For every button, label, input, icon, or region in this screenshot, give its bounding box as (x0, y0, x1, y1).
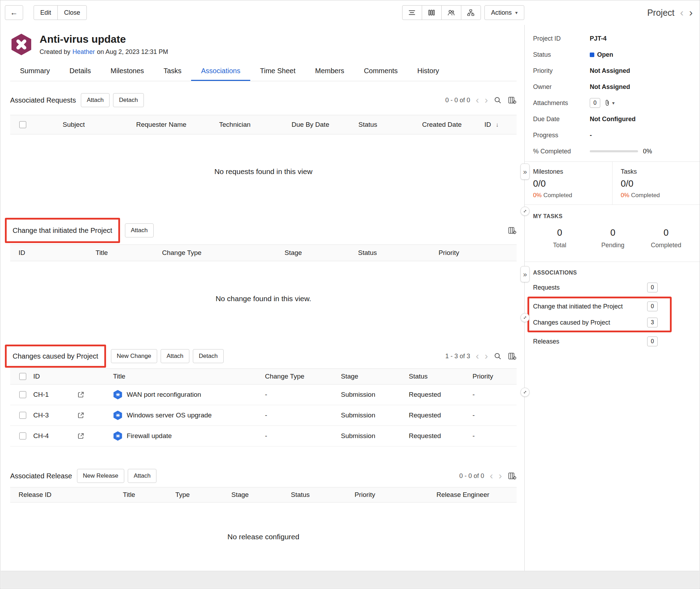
column-view-button[interactable] (422, 5, 442, 20)
col-technician[interactable]: Technician (211, 121, 283, 129)
members-view-button[interactable] (441, 5, 461, 20)
select-all-checkbox[interactable] (19, 373, 26, 380)
close-button[interactable]: Close (57, 5, 87, 20)
collapse-sidebar-handle[interactable]: » (520, 266, 530, 282)
tab-details[interactable]: Details (60, 61, 101, 81)
col-due-by-date[interactable]: Due By Date (283, 121, 350, 129)
col-priority[interactable]: Priority (346, 491, 428, 499)
tab-summary[interactable]: Summary (10, 61, 60, 81)
select-all-checkbox[interactable] (19, 121, 26, 128)
col-title[interactable]: Title (114, 491, 167, 499)
resize-handle[interactable] (520, 388, 530, 397)
new-change-button[interactable]: New Change (111, 349, 157, 363)
col-stage[interactable]: Stage (223, 491, 282, 499)
changes-caused-prev-page-icon[interactable]: ‹ (476, 351, 479, 361)
col-stage[interactable]: Stage (276, 249, 350, 257)
col-id[interactable]: ID (30, 373, 110, 380)
tab-milestones[interactable]: Milestones (101, 61, 154, 81)
release-column-settings-icon[interactable] (507, 471, 517, 480)
horizontal-scrollbar-track[interactable] (1, 571, 699, 588)
edit-button[interactable]: Edit (34, 5, 58, 20)
new-release-button[interactable]: New Release (77, 469, 124, 483)
requests-next-page-icon[interactable]: › (485, 95, 488, 105)
tab-tasks[interactable]: Tasks (154, 61, 191, 81)
col-created-date[interactable]: Created Date (414, 121, 476, 129)
col-status[interactable]: Status (405, 373, 469, 380)
col-status[interactable]: Status (350, 121, 414, 129)
chevron-down-icon[interactable]: ▾ (612, 100, 615, 106)
col-title[interactable]: Title (110, 373, 261, 380)
collapse-sidebar-handle[interactable]: » (520, 164, 530, 180)
col-priority[interactable]: Priority (469, 373, 517, 380)
requests-search-icon[interactable] (493, 96, 502, 104)
tab-history[interactable]: History (407, 61, 449, 81)
external-link-icon[interactable] (77, 411, 85, 419)
changes-caused-column-settings-icon[interactable] (507, 352, 517, 361)
row-checkbox[interactable] (19, 412, 26, 419)
col-change-type[interactable]: Change Type (154, 249, 276, 257)
changes-caused-detach-button[interactable]: Detach (193, 349, 224, 363)
col-requester-name[interactable]: Requester Name (128, 121, 211, 129)
external-link-icon[interactable] (77, 432, 85, 440)
col-title[interactable]: Title (87, 249, 154, 257)
change-initiated-attach-button[interactable]: Attach (125, 223, 154, 237)
col-id-label: ID (484, 121, 491, 128)
back-button[interactable]: ← (5, 5, 23, 20)
release-attach-button[interactable]: Attach (128, 469, 156, 483)
detail-view-button[interactable] (402, 5, 422, 20)
change-title-link[interactable]: Firewall update (127, 432, 172, 440)
change-initiated-column-settings-icon[interactable] (507, 226, 517, 235)
col-id[interactable]: ID ↓ (476, 121, 517, 129)
col-id[interactable]: ID (10, 249, 87, 257)
release-next-page-icon[interactable]: › (499, 471, 502, 481)
row-checkbox[interactable] (19, 432, 26, 439)
field-value[interactable]: Not Assigned (590, 83, 630, 91)
requests-attach-button[interactable]: Attach (81, 93, 110, 107)
next-record-button[interactable]: › (689, 7, 693, 18)
field-value[interactable]: Not Assigned (590, 67, 630, 75)
tab-members[interactable]: Members (305, 61, 354, 81)
changes-caused-search-icon[interactable] (493, 352, 502, 360)
tab-associations[interactable]: Associations (191, 61, 250, 81)
paperclip-icon[interactable] (604, 99, 611, 107)
hierarchy-view-button[interactable] (461, 5, 481, 20)
prev-record-button[interactable]: ‹ (680, 7, 684, 18)
tab-comments[interactable]: Comments (354, 61, 408, 81)
col-status[interactable]: Status (282, 491, 346, 499)
requests-prev-page-icon[interactable]: ‹ (476, 95, 479, 105)
association-requests[interactable]: Requests 0 (533, 279, 658, 296)
association-changes-caused[interactable]: Changes caused by Project 3 (533, 314, 658, 331)
requests-detach-button[interactable]: Detach (113, 93, 144, 107)
external-link-icon[interactable] (77, 391, 85, 399)
actions-button[interactable]: Actions ▾ (484, 5, 524, 20)
changes-caused-next-page-icon[interactable]: › (485, 351, 488, 361)
col-priority[interactable]: Priority (430, 249, 517, 257)
requests-pagination: 0 - 0 of 0 (445, 97, 470, 104)
field-value[interactable]: Not Configured (590, 116, 636, 123)
resize-handle[interactable] (520, 313, 530, 322)
requests-column-settings-icon[interactable] (507, 96, 517, 105)
col-stage[interactable]: Stage (337, 373, 405, 380)
changes-caused-section-title: Changes caused by Project (13, 352, 98, 360)
release-prev-page-icon[interactable]: ‹ (490, 471, 493, 481)
association-releases[interactable]: Releases 0 (533, 333, 658, 349)
col-status[interactable]: Status (350, 249, 430, 257)
row-checkbox[interactable] (19, 391, 26, 398)
my-tasks-completed-label: Completed (639, 242, 693, 249)
status-badge[interactable]: Open (597, 51, 613, 58)
resize-handle[interactable] (520, 207, 530, 216)
change-title-link[interactable]: WAN port reconfiguration (127, 391, 201, 399)
col-release-id[interactable]: Release ID (10, 491, 114, 499)
table-row[interactable]: CH-3 Windows server OS upgrade - Submiss… (10, 405, 517, 426)
col-release-engineer[interactable]: Release Engineer (428, 491, 517, 499)
change-title-link[interactable]: Windows server OS upgrade (127, 411, 212, 419)
table-row[interactable]: CH-1 WAN port reconfiguration - Submissi… (10, 384, 517, 405)
author-link[interactable]: Heather (72, 48, 95, 56)
association-change-initiated[interactable]: Change that initiated the Project 0 (533, 298, 658, 314)
tab-time-sheet[interactable]: Time Sheet (250, 61, 306, 81)
col-type[interactable]: Type (167, 491, 223, 499)
col-subject[interactable]: Subject (54, 121, 128, 129)
table-row[interactable]: CH-4 Firewall update - Submission Reques… (10, 426, 517, 446)
changes-caused-attach-button[interactable]: Attach (161, 349, 189, 363)
col-change-type[interactable]: Change Type (261, 373, 337, 380)
